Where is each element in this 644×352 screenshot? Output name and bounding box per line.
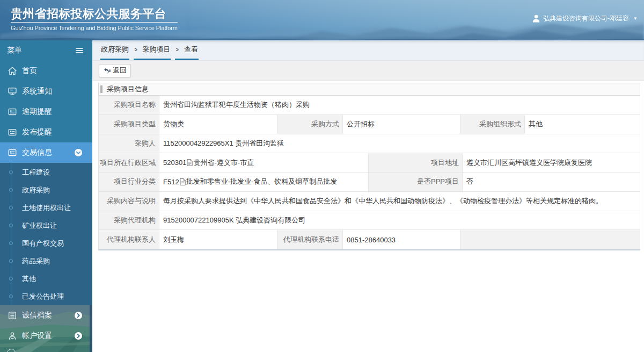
field-label: 代理机构联系人 — [99, 230, 159, 249]
menu-label: 菜单 — [7, 46, 22, 55]
submenu-item-land-use[interactable]: 土地使用权出让 — [0, 199, 92, 217]
submenu-item-published-notices[interactable]: 已发公告处理 — [0, 288, 92, 305]
breadcrumb-item-gov-procurement[interactable]: 政府采购 — [100, 40, 129, 60]
field-label: 采购方式 — [277, 115, 343, 134]
sidebar-item-label: 首页 — [22, 66, 37, 76]
sidebar-item-publish-reminder[interactable]: 发布提醒 — [0, 122, 92, 142]
field-value-agency: 91520000722109905K 弘典建设咨询有限公司 — [159, 211, 640, 231]
notice-card-icon — [8, 148, 17, 157]
hamburger-bar — [76, 52, 83, 53]
table-row-project-name: 采购项目名称 贵州省田沟监狱罪犯年度生活物资（猪肉）采购 — [98, 96, 640, 115]
field-value-org-form: 其他 — [525, 115, 640, 134]
sidebar-item-label: 交易信息 — [22, 148, 52, 157]
field-value-address: 遵义市汇川区高坪镇遵义医学院康复医院 — [463, 153, 640, 173]
submenu-item-engineering[interactable]: 工程建设 — [0, 163, 92, 181]
chevron-down-circle-icon — [75, 149, 82, 156]
main-area: 政府采购 > 采购项目 > 查看 返回 — [92, 40, 644, 352]
caret-down-icon: ▼ — [633, 16, 638, 21]
table-row-industry: 项目行业分类 F512 批发和零售业-批发业-食品、饮料及烟草制品批发 是否PP… — [98, 173, 640, 192]
breadcrumb-label: 政府采购 — [101, 45, 129, 54]
field-value-project-type: 货物类 — [159, 115, 277, 134]
field-label: 项目所在行政区域 — [99, 153, 159, 173]
empty-cell — [460, 230, 640, 249]
field-value-industry: F512 批发和零售业-批发业-食品、饮料及烟草制品批发 — [159, 173, 369, 192]
sidebar-item-transaction-info[interactable]: 交易信息 — [0, 142, 92, 163]
submenu-label: 其他 — [22, 274, 36, 284]
hamburger-menu-icon[interactable] — [76, 48, 83, 53]
sidebar-item-label: 帐户设置 — [22, 331, 52, 341]
brand: 贵州省招标投标公共服务平台 GuiZhou Province Tendering… — [11, 6, 178, 32]
sidebar-item-integrity-archive[interactable]: 诚信档案 — [0, 305, 92, 326]
brand-underline — [11, 22, 178, 23]
field-label: 是否PPP项目 — [369, 173, 463, 192]
toolbar: 返回 — [92, 61, 644, 81]
field-value-region: 520301 贵州省-遵义市-市直 — [159, 153, 369, 173]
breadcrumb-label: 采购项目 — [142, 45, 170, 54]
field-label: 项目行业分类 — [99, 173, 159, 192]
breadcrumb-item-procurement-project[interactable]: > 采购项目 — [134, 40, 171, 60]
submenu-label: 药品采购 — [22, 256, 50, 266]
submenu-item-state-property[interactable]: 国有产权交易 — [0, 234, 92, 252]
industry-code: F512 — [163, 178, 179, 186]
region-code: 520301 — [163, 159, 186, 167]
field-label: 采购人 — [99, 134, 159, 154]
region-text: 贵州省-遵义市-市直 — [193, 158, 254, 168]
user-name: 弘典建设咨询有限公司-邓廷容 — [543, 14, 629, 23]
hamburger-bar — [76, 48, 83, 49]
page-header: 贵州省招标投标公共服务平台 GuiZhou Province Tendering… — [0, 0, 644, 40]
field-label: 采购项目名称 — [99, 96, 159, 115]
document-icon — [180, 178, 186, 185]
account-icon — [8, 331, 17, 341]
home-icon — [8, 66, 17, 76]
user-menu[interactable]: 弘典建设咨询有限公司-邓廷容 ▼ — [532, 13, 638, 24]
table-row-contact: 代理机构联系人 刘玉梅 代理机构联系电话 0851-28640033 — [98, 230, 640, 250]
submenu-label: 矿业权出让 — [22, 221, 57, 231]
sidebar-submenu: 工程建设 政府采购 土地使用权出让 矿业权出让 国有产权交易 药品采购 其他 已… — [0, 163, 92, 305]
breadcrumb-item-view[interactable]: > 查看 — [175, 40, 198, 60]
site-title: 贵州省招标投标公共服务平台 — [11, 6, 178, 21]
field-label: 采购项目类型 — [99, 115, 159, 134]
submenu-item-gov-procurement[interactable]: 政府采购 — [0, 181, 92, 199]
table-row-region: 项目所在行政区域 520301 贵州省-遵义市-市直 项目地址 遵 — [98, 153, 640, 173]
field-label: 采购代理机构 — [99, 211, 159, 231]
sidebar-item-label: 发布提醒 — [22, 127, 52, 137]
project-info-table: 采购项目信息 采购项目名称 贵州省田沟监狱罪犯年度生活物资（猪肉）采购 采购项目… — [98, 83, 640, 250]
field-value-method: 公开招标 — [343, 115, 460, 134]
field-value-project-name: 贵州省田沟监狱罪犯年度生活物资（猪肉）采购 — [159, 96, 640, 115]
breadcrumb-separator: > — [135, 46, 137, 53]
field-value-phone: 0851-28640033 — [343, 230, 460, 249]
submenu-label: 工程建设 — [22, 168, 50, 177]
field-value-contact: 刘玉梅 — [159, 230, 277, 249]
submenu-label: 已发公告处理 — [22, 292, 64, 301]
sidebar: 菜单 首页 — [0, 40, 92, 352]
sidebar-item-system-notice[interactable]: 系统通知 — [0, 81, 92, 102]
submenu-item-other[interactable]: 其他 — [0, 270, 92, 288]
field-value-content: 每月按采购人要求提供达到《中华人民共和国食品安全法》和《中华人民共和国动物防疫法… — [159, 192, 640, 211]
submenu-item-mining-rights[interactable]: 矿业权出让 — [0, 217, 92, 234]
field-label: 采购组织形式 — [460, 115, 525, 134]
breadcrumb-label: 查看 — [184, 45, 198, 54]
sidebar-item-home[interactable]: 首页 — [0, 61, 92, 81]
submenu-label: 国有产权交易 — [22, 239, 64, 248]
monitor-icon — [8, 87, 17, 96]
section-marker-bar — [100, 85, 103, 93]
sidebar-menu-header: 菜单 — [0, 40, 92, 61]
breadcrumb: 政府采购 > 采购项目 > 查看 — [92, 40, 644, 61]
table-row-project-type: 采购项目类型 货物类 采购方式 公开招标 采购组织形式 其他 — [98, 115, 640, 134]
section-title: 采购项目信息 — [107, 84, 149, 94]
undo-arrow-icon — [103, 67, 111, 74]
sidebar-item-label: 逾期提醒 — [22, 107, 52, 117]
app-window: 贵州省招标投标公共服务平台 GuiZhou Province Tendering… — [0, 0, 644, 352]
table-row-purchaser: 采购人 1152000042922965X1 贵州省田沟监狱 — [98, 134, 640, 154]
sidebar-item-label: 诚信档案 — [22, 311, 52, 320]
notice-card-icon — [8, 107, 17, 117]
field-label: 代理机构联系电话 — [277, 230, 343, 249]
table-row-content: 采购内容与说明 每月按采购人要求提供达到《中华人民共和国食品安全法》和《中华人民… — [98, 192, 640, 211]
back-button[interactable]: 返回 — [99, 64, 131, 77]
submenu-item-drug-procurement[interactable]: 药品采购 — [0, 252, 92, 270]
sidebar-item-overdue-reminder[interactable]: 逾期提醒 — [0, 102, 92, 122]
hamburger-bar — [76, 50, 83, 51]
field-value-ppp: 否 — [463, 173, 640, 192]
sidebar-item-account-settings[interactable]: 帐户设置 — [0, 326, 92, 346]
user-icon — [532, 15, 540, 23]
